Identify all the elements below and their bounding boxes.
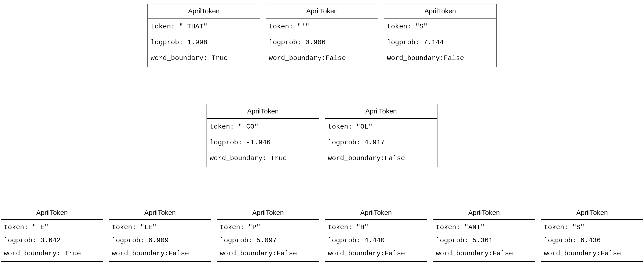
token-class-name: AprilToken <box>433 206 535 220</box>
word-boundary-field: word_boundary: True <box>210 154 316 162</box>
token-fields: token: "H" logprob: 4.440 word_boundary:… <box>325 220 427 261</box>
token-field: token: "H" <box>328 223 424 232</box>
token-box: AprilToken token: " E" logprob: 3.642 wo… <box>1 206 103 262</box>
token-box: AprilToken token: " CO" logprob: -1.946 … <box>206 104 319 167</box>
logprob-field: logprob: 7.144 <box>387 38 493 46</box>
token-field: token: "OL" <box>328 123 434 131</box>
word-boundary-field: word_boundary:False <box>544 250 640 258</box>
token-box: AprilToken token: "S" logprob: 7.144 wor… <box>384 4 496 67</box>
logprob-field: logprob: 5.097 <box>220 236 316 244</box>
token-row-2: AprilToken token: " CO" logprob: -1.946 … <box>0 104 644 167</box>
logprob-field: logprob: 5.361 <box>436 236 532 244</box>
token-class-name: AprilToken <box>266 4 378 18</box>
token-box: AprilToken token: "'" logprob: 0.906 wor… <box>266 4 378 67</box>
logprob-field: logprob: 3.642 <box>4 236 100 244</box>
logprob-field: logprob: 6.436 <box>544 236 640 244</box>
token-field: token: "LE" <box>112 223 208 232</box>
word-boundary-field: word_boundary:False <box>328 154 434 162</box>
token-class-name: AprilToken <box>325 206 427 220</box>
token-box: AprilToken token: "OL" logprob: 4.917 wo… <box>325 104 438 167</box>
token-class-name: AprilToken <box>148 4 260 18</box>
logprob-field: logprob: 4.440 <box>328 236 424 244</box>
token-class-name: AprilToken <box>217 206 319 220</box>
word-boundary-field: word_boundary:False <box>387 54 493 62</box>
token-box: AprilToken token: "S" logprob: 6.436 wor… <box>541 206 643 262</box>
token-fields: token: " THAT" logprob: 1.998 word_bound… <box>148 18 260 67</box>
token-field: token: "'" <box>269 22 375 31</box>
token-row-3: AprilToken token: " E" logprob: 3.642 wo… <box>0 206 644 262</box>
token-row-1: AprilToken token: " THAT" logprob: 1.998… <box>0 4 644 67</box>
token-fields: token: "OL" logprob: 4.917 word_boundary… <box>325 119 437 167</box>
token-class-name: AprilToken <box>1 206 103 220</box>
token-fields: token: "ANT" logprob: 5.361 word_boundar… <box>433 220 535 261</box>
token-field: token: " THAT" <box>151 22 257 31</box>
word-boundary-field: word_boundary:False <box>269 54 375 62</box>
logprob-field: logprob: 4.917 <box>328 138 434 146</box>
token-field: token: "S" <box>387 22 493 31</box>
token-field: token: " CO" <box>210 123 316 131</box>
token-box: AprilToken token: " THAT" logprob: 1.998… <box>148 4 260 67</box>
token-fields: token: " CO" logprob: -1.946 word_bounda… <box>207 119 319 167</box>
token-class-name: AprilToken <box>109 206 211 220</box>
token-fields: token: "LE" logprob: 6.909 word_boundary… <box>109 220 211 261</box>
token-class-name: AprilToken <box>384 4 496 18</box>
token-fields: token: "P" logprob: 5.097 word_boundary:… <box>217 220 319 261</box>
token-class-name: AprilToken <box>541 206 643 220</box>
token-class-name: AprilToken <box>325 104 437 119</box>
logprob-field: logprob: 1.998 <box>151 38 257 46</box>
word-boundary-field: word_boundary:False <box>328 250 424 258</box>
token-fields: token: " E" logprob: 3.642 word_boundary… <box>1 220 103 261</box>
word-boundary-field: word_boundary:False <box>220 250 316 258</box>
token-box: AprilToken token: "ANT" logprob: 5.361 w… <box>433 206 535 262</box>
logprob-field: logprob: 6.909 <box>112 236 208 244</box>
word-boundary-field: word_boundary: True <box>151 54 257 62</box>
token-fields: token: "'" logprob: 0.906 word_boundary:… <box>266 18 378 67</box>
token-fields: token: "S" logprob: 6.436 word_boundary:… <box>541 220 643 261</box>
token-field: token: "ANT" <box>436 223 532 232</box>
token-box: AprilToken token: "LE" logprob: 6.909 wo… <box>109 206 211 262</box>
token-box: AprilToken token: "P" logprob: 5.097 wor… <box>217 206 319 262</box>
word-boundary-field: word_boundary:False <box>112 250 208 258</box>
logprob-field: logprob: -1.946 <box>210 138 316 146</box>
token-field: token: "S" <box>544 223 640 232</box>
token-field: token: " E" <box>4 223 100 232</box>
token-field: token: "P" <box>220 223 316 232</box>
token-class-name: AprilToken <box>207 104 319 119</box>
token-fields: token: "S" logprob: 7.144 word_boundary:… <box>384 18 496 67</box>
word-boundary-field: word_boundary: True <box>4 250 100 258</box>
token-box: AprilToken token: "H" logprob: 4.440 wor… <box>325 206 427 262</box>
word-boundary-field: word_boundary:False <box>436 250 532 258</box>
logprob-field: logprob: 0.906 <box>269 38 375 46</box>
